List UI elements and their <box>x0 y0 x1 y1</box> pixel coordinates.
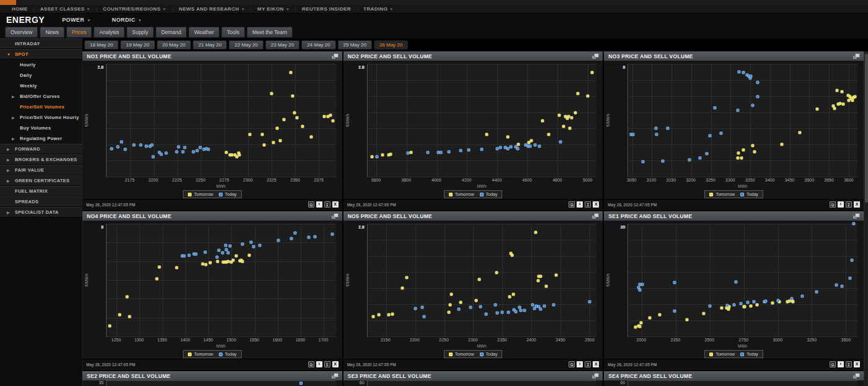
export-icon[interactable]: ⧉ <box>569 201 575 208</box>
date-tab-24-may-20[interactable]: 24 May 20 <box>301 40 335 50</box>
chart-titlebar: SE1 PRICE AND SELL VOLUME <box>604 211 864 221</box>
nav-item-asset-classes[interactable]: ASSET CLASSES▼ <box>35 6 96 12</box>
vertical-scrollbar[interactable] <box>864 51 868 386</box>
popout-icon[interactable] <box>332 373 338 379</box>
date-tab-21-may-20[interactable]: 21 May 20 <box>193 40 227 50</box>
popout-icon[interactable] <box>592 213 598 219</box>
sidebar-item-bid-offer-curves[interactable]: ▶Bid/Offer Curves <box>0 91 82 102</box>
data-point <box>301 125 304 128</box>
data-point <box>751 104 755 107</box>
popout-icon[interactable] <box>592 373 598 379</box>
date-tab-25-may-20[interactable]: 25 May 20 <box>338 40 372 50</box>
download-icon[interactable]: ↧ <box>585 361 591 367</box>
data-point <box>562 125 565 128</box>
sidebar-item-brokers-exchanges[interactable]: ▶BROKERS & EXCHANGES <box>0 154 82 165</box>
gridline <box>676 224 676 336</box>
date-tab-20-may-20[interactable]: 20 May 20 <box>157 40 191 50</box>
nav-item-trading[interactable]: TRADING▼ <box>358 6 399 12</box>
sidebar-item-buy-volumes[interactable]: Buy Volumes <box>0 123 82 133</box>
legend-entry-today: Today <box>219 352 237 356</box>
excel-icon[interactable]: X <box>332 201 339 208</box>
date-tab-23-may-20[interactable]: 23 May 20 <box>265 40 299 50</box>
sidebar-item-price-sell-volumes[interactable]: Price/Sell Volumes <box>0 102 82 112</box>
sidebar-item-regulating-power[interactable]: ▶Regulating Power <box>0 133 82 144</box>
nav-item-my-eikon[interactable]: MY EIKON▼ <box>252 6 295 12</box>
nav-item-home[interactable]: HOME <box>6 6 33 12</box>
popout-icon[interactable] <box>853 373 859 379</box>
chart-timestamp: May 26, 2020 12:47:05 PM <box>347 203 396 207</box>
tab-weather[interactable]: Weather <box>188 27 219 38</box>
tab-demand[interactable]: Demand <box>156 27 187 38</box>
excel-icon[interactable]: X <box>593 201 599 208</box>
date-tab-26-may-20[interactable]: 26 May 20 <box>374 40 408 50</box>
export-icon[interactable]: ⧉ <box>308 361 314 367</box>
power-menu[interactable]: POWER▼ <box>62 17 91 23</box>
legend-label: Tomorrow <box>455 192 474 196</box>
export-icon[interactable]: ⧉ <box>308 201 314 208</box>
popout-icon[interactable] <box>853 213 859 219</box>
nav-item-reuters-insider[interactable]: REUTERS INSIDER <box>296 6 356 12</box>
sidebar-item-fair-value[interactable]: ▶FAIR VALUE <box>0 165 82 175</box>
plot-area <box>367 380 597 386</box>
sidebar-item-label: Bid/Offer Curves <box>0 94 60 99</box>
sidebar-item-intraday[interactable]: INTRADAY <box>0 38 82 49</box>
data-point <box>654 127 657 130</box>
excel-icon[interactable]: X <box>332 361 339 367</box>
tab-meet-the-team[interactable]: Meet the Team <box>247 27 293 38</box>
download-icon[interactable]: ↧ <box>324 361 330 367</box>
export-icon[interactable]: ⧉ <box>830 361 836 367</box>
export-icon[interactable]: ⧉ <box>569 361 575 367</box>
gridline <box>107 242 336 243</box>
excel-icon[interactable]: X <box>593 361 599 367</box>
x-tick-label: 2325 <box>267 178 277 182</box>
popout-icon[interactable] <box>332 213 338 219</box>
popout-icon[interactable] <box>853 53 859 59</box>
scrollbar-thumb[interactable] <box>865 54 868 203</box>
info-icon[interactable]: i <box>838 361 844 367</box>
sidebar-item-price-sell-volume-hourly[interactable]: ▶Price/Sell Volume Hourly <box>0 112 82 123</box>
sidebar-item-specialist-data[interactable]: ▶SPECIALIST DATA <box>0 207 82 217</box>
popout-icon[interactable] <box>332 53 338 59</box>
download-icon[interactable]: ↧ <box>846 201 852 208</box>
sidebar-item-green-certificates[interactable]: ▶GREEN CERTIFICATES <box>0 175 82 186</box>
tab-prices[interactable]: Prices <box>66 27 92 38</box>
tab-supply[interactable]: Supply <box>126 27 154 38</box>
sidebar-item-forward[interactable]: ▶FORWARD <box>0 144 82 154</box>
nav-item-news-and-research[interactable]: NEWS AND RESEARCH▼ <box>173 6 250 12</box>
excel-icon[interactable]: X <box>854 201 860 208</box>
data-point <box>736 109 739 112</box>
date-tab-19-may-20[interactable]: 19 May 20 <box>120 40 154 50</box>
popout-icon[interactable] <box>592 53 598 59</box>
sidebar-item-weekly[interactable]: Weekly <box>0 81 82 91</box>
date-tab-22-may-20[interactable]: 22 May 20 <box>229 40 263 50</box>
plot-area <box>367 224 597 337</box>
excel-icon[interactable]: X <box>854 361 860 367</box>
info-icon[interactable]: i <box>577 361 583 367</box>
nav-item-countries-regions[interactable]: COUNTRIES/REGIONS▼ <box>97 6 172 12</box>
tab-tools[interactable]: Tools <box>221 27 245 38</box>
info-icon[interactable]: i <box>316 361 322 367</box>
gridline <box>368 272 597 273</box>
sidebar-item-fuel-matrix[interactable]: FUEL MATRIX <box>0 186 82 196</box>
x-tick-label: 3100 <box>647 178 657 182</box>
sidebar-item-daily[interactable]: Daily <box>0 70 82 81</box>
download-icon[interactable]: ↧ <box>324 201 330 208</box>
info-icon[interactable]: i <box>838 201 844 208</box>
chevron-down-icon: ▼ <box>286 7 290 11</box>
x-tick-label: 3600 <box>844 178 854 182</box>
tab-news[interactable]: News <box>40 27 64 38</box>
date-tab-18-may-20[interactable]: 18 May 20 <box>84 40 118 50</box>
tab-overview[interactable]: Overview <box>5 27 38 38</box>
download-icon[interactable]: ↧ <box>585 201 591 208</box>
data-point <box>120 141 123 144</box>
sidebar-item-spot[interactable]: ▼SPOT <box>0 49 82 59</box>
info-icon[interactable]: i <box>577 201 583 208</box>
sidebar-item-spreads[interactable]: SPREADS <box>0 196 82 207</box>
nordic-menu[interactable]: NORDIC▼ <box>112 17 141 23</box>
info-icon[interactable]: i <box>316 201 322 208</box>
export-icon[interactable]: ⧉ <box>830 201 836 208</box>
download-icon[interactable]: ↧ <box>846 361 852 367</box>
tab-analysis[interactable]: Analysis <box>94 27 125 38</box>
chart-titlebar: NO4 PRICE AND SELL VOLUME <box>82 211 342 221</box>
sidebar-item-hourly[interactable]: Hourly <box>0 59 82 70</box>
